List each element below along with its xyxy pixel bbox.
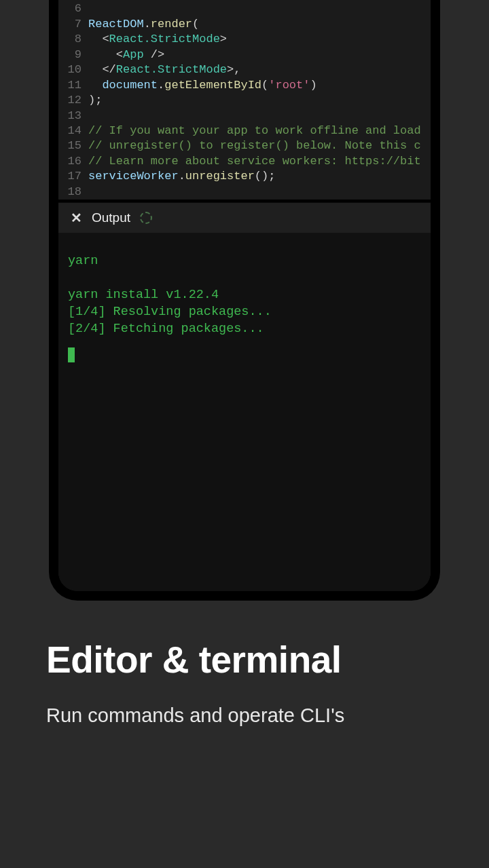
code-line[interactable]: 16// Learn more about service workers: h… xyxy=(58,154,431,169)
code-content: ReactDOM.render( xyxy=(88,17,431,32)
terminal-line: yarn install v1.22.4 xyxy=(68,287,421,304)
output-tab-label[interactable]: Output xyxy=(92,210,130,225)
code-content xyxy=(88,1,431,16)
line-number: 18 xyxy=(58,185,88,200)
terminal-line: [2/4] Fetching packages... xyxy=(68,321,421,338)
code-line[interactable]: 12); xyxy=(58,93,431,108)
line-number: 8 xyxy=(58,32,88,47)
close-icon[interactable]: ✕ xyxy=(71,210,82,226)
caption-subtitle: Run commands and operate CLI's xyxy=(46,701,448,731)
code-content: // unregister() to register() below. Not… xyxy=(88,138,431,153)
line-number: 11 xyxy=(58,78,88,93)
phone-frame: 5import * as serviceWorker from './servi… xyxy=(49,0,440,601)
code-content: serviceWorker.unregister(); xyxy=(88,169,431,184)
code-content xyxy=(88,185,431,200)
terminal-line: yarn xyxy=(68,253,421,270)
line-number: 14 xyxy=(58,124,88,138)
code-content: <App /> xyxy=(88,48,431,62)
code-line[interactable]: 9 <App /> xyxy=(58,48,431,62)
line-number: 13 xyxy=(58,109,88,124)
line-number: 6 xyxy=(58,1,88,16)
caption-title: Editor & terminal xyxy=(46,638,448,682)
line-number: 17 xyxy=(58,169,88,184)
code-content: <React.StrictMode> xyxy=(88,32,431,47)
line-number: 10 xyxy=(58,62,88,77)
code-content: // Learn more about service workers: htt… xyxy=(88,154,431,169)
caption: Editor & terminal Run commands and opera… xyxy=(46,638,448,730)
code-line[interactable]: 11 document.getElementById('root') xyxy=(58,78,431,93)
code-line[interactable]: 8 <React.StrictMode> xyxy=(58,32,431,47)
terminal-line: [1/4] Resolving packages... xyxy=(68,304,421,321)
refresh-icon[interactable] xyxy=(140,212,152,224)
line-number: 16 xyxy=(58,154,88,169)
code-line[interactable]: 10 </React.StrictMode>, xyxy=(58,62,431,77)
terminal-header: ✕ Output xyxy=(58,202,431,233)
code-line[interactable]: 6 xyxy=(58,1,431,16)
line-number: 15 xyxy=(58,138,88,153)
line-number: 9 xyxy=(58,48,88,62)
terminal-output[interactable]: yarn yarn install v1.22.4[1/4] Resolving… xyxy=(58,233,431,591)
code-content: </React.StrictMode>, xyxy=(88,62,431,77)
line-number: 7 xyxy=(58,17,88,32)
code-content: document.getElementById('root') xyxy=(88,78,431,93)
code-line[interactable]: 18 xyxy=(58,185,431,200)
line-number: 12 xyxy=(58,93,88,108)
terminal-line xyxy=(68,270,421,287)
code-line[interactable]: 15// unregister() to register() below. N… xyxy=(58,138,431,153)
code-line[interactable]: 17serviceWorker.unregister(); xyxy=(58,169,431,184)
code-content xyxy=(88,109,431,124)
terminal-cursor xyxy=(68,347,75,362)
phone-screen: 5import * as serviceWorker from './servi… xyxy=(58,0,431,591)
code-line[interactable]: 13 xyxy=(58,109,431,124)
code-line[interactable]: 14// If you want your app to work offlin… xyxy=(58,124,431,138)
code-line[interactable]: 7ReactDOM.render( xyxy=(58,17,431,32)
code-content: // If you want your app to work offline … xyxy=(88,124,431,138)
code-content: ); xyxy=(88,93,431,108)
code-editor[interactable]: 5import * as serviceWorker from './servi… xyxy=(58,0,431,200)
